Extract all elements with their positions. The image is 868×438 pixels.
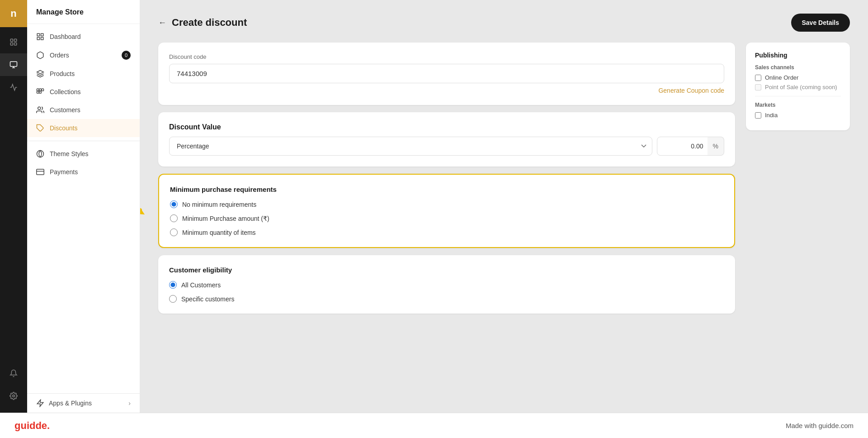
sidebar-label-collections: Collections bbox=[50, 88, 80, 95]
sidebar-item-customers[interactable]: Customers bbox=[27, 101, 140, 119]
discount-value-row: Percentage Fixed Amount % bbox=[169, 137, 724, 156]
sidebar-label-discounts: Discounts bbox=[50, 124, 77, 132]
sidebar-item-payments[interactable]: Payments bbox=[27, 163, 140, 181]
radio-min-amount-input[interactable] bbox=[170, 214, 178, 222]
discount-code-input[interactable] bbox=[169, 64, 724, 83]
radio-all-customers-label: All Customers bbox=[181, 281, 221, 289]
discount-code-label: Discount code bbox=[169, 53, 724, 60]
svg-marker-22 bbox=[140, 205, 145, 214]
channel-online-order-label: Online Order bbox=[765, 74, 798, 81]
svg-marker-10 bbox=[37, 71, 44, 74]
customer-eligibility-radio-group: All Customers Specific customers bbox=[169, 281, 724, 303]
page-header: ← Create discount Save Details bbox=[158, 14, 850, 32]
svg-rect-13 bbox=[42, 89, 44, 91]
markets-label: Markets bbox=[755, 102, 841, 108]
radio-min-quantity[interactable]: Minimum quantity of items bbox=[170, 229, 723, 236]
rail-notification-icon[interactable] bbox=[0, 362, 27, 385]
back-button[interactable]: ← bbox=[158, 18, 166, 28]
min-purchase-card: Minimum purchase requirements No minimum… bbox=[158, 174, 735, 248]
market-india-checkbox[interactable] bbox=[755, 112, 761, 119]
svg-rect-8 bbox=[37, 38, 39, 40]
sidebar-header: Manage Store bbox=[27, 0, 140, 24]
svg-point-5 bbox=[13, 395, 15, 397]
app-logo[interactable]: n bbox=[0, 0, 27, 27]
content-layout: Discount code Generate Coupon code Disco… bbox=[158, 43, 850, 314]
channel-pos-label: Point of Sale (coming soon) bbox=[765, 84, 837, 90]
sidebar-item-discounts[interactable]: Discounts bbox=[27, 119, 140, 137]
rail-analytics-icon[interactable] bbox=[0, 76, 27, 99]
orders-badge: 0 bbox=[122, 51, 131, 60]
rail-manage-icon[interactable] bbox=[0, 53, 27, 76]
sidebar-item-dashboard[interactable]: Dashboard bbox=[27, 28, 140, 46]
channel-online-order[interactable]: Online Order bbox=[755, 74, 841, 81]
discount-unit: % bbox=[708, 137, 724, 156]
radio-specific-customers-input[interactable] bbox=[169, 295, 177, 303]
content-main: Discount code Generate Coupon code Disco… bbox=[158, 43, 735, 314]
min-purchase-wrapper: Minimum purchase requirements No minimum… bbox=[158, 174, 735, 248]
sidebar-label-theme-styles: Theme Styles bbox=[50, 150, 89, 157]
svg-rect-12 bbox=[39, 89, 42, 91]
svg-rect-6 bbox=[37, 33, 39, 36]
svg-rect-19 bbox=[37, 169, 44, 175]
sidebar-item-theme-styles[interactable]: Theme Styles bbox=[27, 145, 140, 163]
sidebar-item-orders[interactable]: Orders 0 bbox=[27, 46, 140, 65]
sidebar-item-products[interactable]: Products bbox=[27, 65, 140, 83]
publishing-card: Publishing Sales channels Online Order P… bbox=[746, 43, 850, 130]
market-india[interactable]: India bbox=[755, 112, 841, 119]
min-purchase-title: Minimum purchase requirements bbox=[170, 186, 723, 193]
svg-rect-3 bbox=[14, 43, 17, 45]
market-india-label: India bbox=[765, 112, 778, 119]
icon-rail: n bbox=[0, 0, 27, 413]
min-purchase-radio-group: No minimum requirements Minimum Purchase… bbox=[170, 200, 723, 236]
radio-all-customers[interactable]: All Customers bbox=[169, 281, 724, 289]
discount-code-card: Discount code Generate Coupon code bbox=[158, 43, 735, 105]
sidebar: Manage Store Dashboard Orders 0 Products… bbox=[27, 0, 140, 413]
sidebar-footer-apps[interactable]: Apps & Plugins › bbox=[27, 393, 140, 413]
discount-value-card: Discount Value Percentage Fixed Amount % bbox=[158, 112, 735, 167]
publishing-title: Publishing bbox=[755, 52, 841, 59]
radio-all-customers-input[interactable] bbox=[169, 281, 177, 289]
channel-pos-checkbox[interactable] bbox=[755, 84, 761, 90]
radio-min-amount[interactable]: Minimum Purchase amount (₹) bbox=[170, 214, 723, 222]
radio-no-min[interactable]: No minimum requirements bbox=[170, 200, 723, 208]
svg-rect-0 bbox=[10, 39, 13, 41]
sidebar-nav: Dashboard Orders 0 Products Collections bbox=[27, 24, 140, 393]
svg-rect-14 bbox=[37, 91, 39, 94]
radio-min-quantity-label: Minimum quantity of items bbox=[182, 229, 256, 236]
page-title-row: ← Create discount bbox=[158, 17, 247, 29]
right-panel: Publishing Sales channels Online Order P… bbox=[746, 43, 850, 130]
rail-settings-icon[interactable] bbox=[0, 385, 27, 407]
rail-store-icon[interactable] bbox=[0, 31, 27, 53]
sidebar-label-dashboard: Dashboard bbox=[50, 33, 81, 40]
sales-channels-label: Sales channels bbox=[755, 64, 841, 71]
footer-tagline: Made with guidde.com bbox=[786, 422, 854, 429]
radio-min-amount-label: Minimum Purchase amount (₹) bbox=[182, 215, 269, 222]
sidebar-label-customers: Customers bbox=[50, 106, 80, 114]
radio-specific-customers[interactable]: Specific customers bbox=[169, 295, 724, 303]
footer-bar: guidde. Made with guidde.com bbox=[0, 413, 868, 438]
svg-rect-1 bbox=[14, 39, 17, 41]
customer-eligibility-title: Customer eligibility bbox=[169, 266, 724, 274]
channel-online-order-checkbox[interactable] bbox=[755, 75, 761, 81]
generate-coupon-link[interactable]: Generate Coupon code bbox=[169, 87, 724, 94]
discount-type-select[interactable]: Percentage Fixed Amount bbox=[169, 137, 652, 156]
radio-no-min-label: No minimum requirements bbox=[182, 201, 256, 208]
sidebar-footer-arrow-icon: › bbox=[128, 400, 131, 407]
svg-point-18 bbox=[37, 151, 44, 157]
svg-rect-7 bbox=[41, 33, 43, 36]
sidebar-label-orders: Orders bbox=[50, 52, 69, 59]
discount-value-title: Discount Value bbox=[169, 123, 724, 131]
radio-no-min-input[interactable] bbox=[170, 200, 178, 208]
discount-amount-input[interactable] bbox=[657, 137, 711, 156]
save-details-button[interactable]: Save Details bbox=[791, 14, 850, 32]
svg-rect-4 bbox=[10, 62, 17, 67]
svg-rect-15 bbox=[39, 91, 42, 94]
publishing-divider bbox=[755, 96, 841, 96]
footer-logo: guidde. bbox=[14, 420, 50, 432]
main-content: ← Create discount Save Details Discount … bbox=[140, 0, 868, 413]
sidebar-footer-label: Apps & Plugins bbox=[49, 400, 92, 407]
radio-min-quantity-input[interactable] bbox=[170, 229, 178, 236]
svg-rect-9 bbox=[41, 38, 43, 40]
sidebar-item-collections[interactable]: Collections bbox=[27, 83, 140, 101]
svg-rect-2 bbox=[10, 43, 13, 45]
